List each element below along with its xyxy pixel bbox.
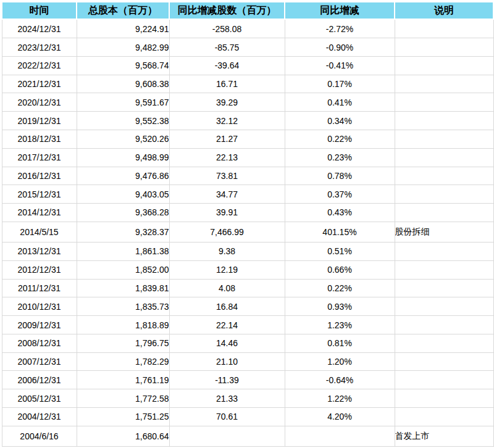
cell-change-shares: 9.38 bbox=[169, 243, 285, 261]
table-row: 2017/12/31 9,498.99 22.13 0.23% bbox=[2, 148, 493, 167]
cell-change-pct: 0.93% bbox=[285, 297, 395, 316]
cell-note bbox=[395, 204, 493, 222]
cell-change-pct: 0.51% bbox=[285, 243, 395, 261]
cell-change-pct: 401.15% bbox=[285, 222, 395, 242]
cell-note bbox=[395, 38, 493, 57]
cell-change-pct: 0.23% bbox=[285, 148, 395, 167]
cell-change-pct: 0.17% bbox=[285, 75, 395, 93]
cell-note bbox=[395, 371, 493, 389]
cell-change-shares: -85.75 bbox=[169, 38, 285, 57]
cell-date: 2020/12/31 bbox=[2, 93, 77, 112]
cell-change-shares: 39.91 bbox=[169, 204, 285, 222]
cell-change-shares: -258.08 bbox=[169, 19, 285, 38]
cell-note bbox=[395, 279, 493, 297]
table-row: 2015/12/31 9,403.05 34.77 0.37% bbox=[2, 185, 493, 204]
cell-date: 2012/12/31 bbox=[2, 260, 77, 279]
cell-change-shares: 16.71 bbox=[169, 75, 285, 93]
cell-date: 2024/12/31 bbox=[2, 19, 77, 38]
cell-change-shares: -11.39 bbox=[169, 371, 285, 389]
cell-date: 2017/12/31 bbox=[2, 148, 77, 167]
cell-date: 2008/12/31 bbox=[2, 334, 77, 352]
cell-date: 2007/12/31 bbox=[2, 352, 77, 371]
cell-change-shares: 70.61 bbox=[169, 407, 285, 426]
cell-total-shares: 1,861.38 bbox=[77, 243, 169, 261]
table-body: 2024/12/31 9,224.91 -258.08 -2.72% 2023/… bbox=[2, 19, 493, 447]
cell-change-shares: 22.13 bbox=[169, 148, 285, 167]
table-row: 2024/12/31 9,224.91 -258.08 -2.72% bbox=[2, 19, 493, 38]
cell-date: 2018/12/31 bbox=[2, 130, 77, 148]
cell-total-shares: 9,368.28 bbox=[77, 204, 169, 222]
cell-change-shares: 22.14 bbox=[169, 316, 285, 334]
cell-total-shares: 1,751.25 bbox=[77, 407, 169, 426]
cell-total-shares: 1,818.89 bbox=[77, 316, 169, 334]
table-row: 2023/12/31 9,482.99 -85.75 -0.90% bbox=[2, 38, 493, 57]
table-row: 2022/12/31 9,568.74 -39.64 -0.41% bbox=[2, 56, 493, 75]
table-row: 2013/12/31 1,861.38 9.38 0.51% bbox=[2, 243, 493, 261]
cell-change-pct: -0.90% bbox=[285, 38, 395, 57]
cell-total-shares: 9,403.05 bbox=[77, 185, 169, 204]
cell-date: 2023/12/31 bbox=[2, 38, 77, 57]
cell-change-shares: 21.10 bbox=[169, 352, 285, 371]
cell-total-shares: 1,852.00 bbox=[77, 260, 169, 279]
cell-total-shares: 9,482.99 bbox=[77, 38, 169, 57]
table-row: 2008/12/31 1,796.75 14.46 0.81% bbox=[2, 334, 493, 352]
col-header-note: 说明 bbox=[395, 2, 493, 19]
cell-change-pct: 0.78% bbox=[285, 167, 395, 185]
cell-total-shares: 9,224.91 bbox=[77, 19, 169, 38]
cell-note bbox=[395, 167, 493, 185]
table-row: 2011/12/31 1,839.81 4.08 0.22% bbox=[2, 279, 493, 297]
cell-note bbox=[395, 352, 493, 371]
table-row: 2019/12/31 9,552.38 32.12 0.34% bbox=[2, 112, 493, 130]
cell-total-shares: 1,761.19 bbox=[77, 371, 169, 389]
cell-date: 2021/12/31 bbox=[2, 75, 77, 93]
cell-change-shares: 4.08 bbox=[169, 279, 285, 297]
cell-date: 2019/12/31 bbox=[2, 112, 77, 130]
table-row: 2016/12/31 9,476.86 73.81 0.78% bbox=[2, 167, 493, 185]
cell-total-shares: 1,772.58 bbox=[77, 389, 169, 408]
col-header-total-shares: 总股本（百万） bbox=[77, 2, 169, 19]
col-header-change-shares: 同比增减股数（百万） bbox=[169, 2, 285, 19]
cell-total-shares: 9,520.26 bbox=[77, 130, 169, 148]
share-capital-table: 时间 总股本（百万） 同比增减股数（百万） 同比增减 说明 2024/12/31… bbox=[0, 0, 494, 448]
cell-total-shares: 1,782.29 bbox=[77, 352, 169, 371]
table-row: 2021/12/31 9,608.38 16.71 0.17% bbox=[2, 75, 493, 93]
cell-note bbox=[395, 130, 493, 148]
cell-change-shares: 21.27 bbox=[169, 130, 285, 148]
cell-note bbox=[395, 19, 493, 38]
cell-note bbox=[395, 389, 493, 408]
cell-date: 2005/12/31 bbox=[2, 389, 77, 408]
cell-note bbox=[395, 56, 493, 75]
cell-total-shares: 9,608.38 bbox=[77, 75, 169, 93]
col-header-change-pct: 同比增减 bbox=[285, 2, 395, 19]
cell-note bbox=[395, 148, 493, 167]
cell-note bbox=[395, 297, 493, 316]
cell-total-shares: 1,680.64 bbox=[77, 426, 169, 446]
cell-note bbox=[395, 185, 493, 204]
table-row: 2004/6/16 1,680.64 首发上市 bbox=[2, 426, 493, 446]
table-row: 2014/12/31 9,368.28 39.91 0.43% bbox=[2, 204, 493, 222]
cell-change-pct: 0.66% bbox=[285, 260, 395, 279]
cell-change-pct: -0.64% bbox=[285, 371, 395, 389]
cell-total-shares: 9,476.86 bbox=[77, 167, 169, 185]
table-row: 2009/12/31 1,818.89 22.14 1.23% bbox=[2, 316, 493, 334]
cell-change-shares: 7,466.99 bbox=[169, 222, 285, 242]
cell-note bbox=[395, 112, 493, 130]
cell-total-shares: 9,552.38 bbox=[77, 112, 169, 130]
cell-note bbox=[395, 316, 493, 334]
cell-total-shares: 1,835.73 bbox=[77, 297, 169, 316]
table-row: 2006/12/31 1,761.19 -11.39 -0.64% bbox=[2, 371, 493, 389]
cell-change-pct: 0.81% bbox=[285, 334, 395, 352]
cell-change-pct: -0.41% bbox=[285, 56, 395, 75]
table-row: 2020/12/31 9,591.67 39.29 0.41% bbox=[2, 93, 493, 112]
cell-change-shares: 16.84 bbox=[169, 297, 285, 316]
cell-change-pct: 1.23% bbox=[285, 316, 395, 334]
table-row: 2010/12/31 1,835.73 16.84 0.93% bbox=[2, 297, 493, 316]
cell-change-pct: -2.72% bbox=[285, 19, 395, 38]
col-header-date: 时间 bbox=[2, 2, 77, 19]
cell-change-pct bbox=[285, 426, 395, 446]
table-row: 2007/12/31 1,782.29 21.10 1.20% bbox=[2, 352, 493, 371]
cell-total-shares: 9,328.37 bbox=[77, 222, 169, 242]
cell-total-shares: 1,796.75 bbox=[77, 334, 169, 352]
cell-change-pct: 0.34% bbox=[285, 112, 395, 130]
table-row: 2005/12/31 1,772.58 21.33 1.22% bbox=[2, 389, 493, 408]
